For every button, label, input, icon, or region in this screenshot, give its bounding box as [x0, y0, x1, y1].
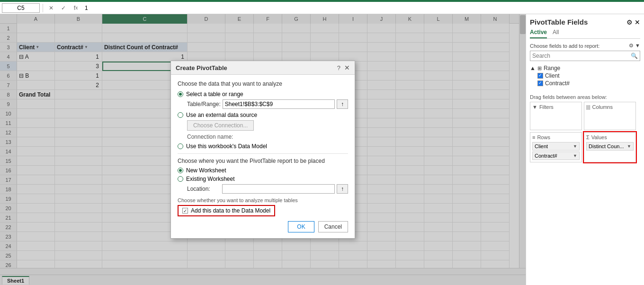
search-box: 🔍: [530, 51, 640, 61]
existing-worksheet-radio[interactable]: Existing Worksheet: [178, 176, 348, 182]
search-input[interactable]: [530, 53, 629, 59]
modal-overlay: Create PivotTable ? ✕ Choose the data th…: [0, 14, 526, 285]
location-row: Location: ↑: [187, 184, 348, 194]
add-data-model-checkbox-row[interactable]: Add this data to the Data Model: [178, 205, 275, 216]
values-drop-area[interactable]: Σ Values Distinct Coun... ▼: [584, 132, 636, 162]
filters-area-title: ▼ Filters: [532, 104, 580, 110]
pivot-panel-header: PivotTable Fields ⚙ ✕: [530, 18, 640, 26]
formula-bar: C5 ✕ ✓ fx 1: [0, 2, 644, 14]
field-tree: ▲ ⊞ Range Client Contract#: [530, 65, 640, 88]
formula-bar-divider: [43, 4, 43, 12]
contract-field-label: Contract#: [545, 80, 570, 87]
connection-name-label: Connection name:: [187, 134, 348, 140]
cancel-button[interactable]: Cancel: [318, 221, 348, 232]
dialog-title: Create PivotTable: [176, 64, 227, 71]
new-worksheet-radio-icon: [178, 168, 183, 173]
filters-drop-area[interactable]: ▼ Filters: [530, 102, 582, 130]
filter-icon: ▼: [532, 104, 537, 110]
choose-connection-row: Choose Connection...: [187, 120, 348, 131]
field-item-contract[interactable]: Contract#: [530, 80, 640, 87]
external-source-label: Use an external data source: [186, 112, 257, 118]
name-box[interactable]: C5: [2, 3, 40, 13]
pivot-tab-active[interactable]: Active: [530, 29, 547, 38]
radio-checked-icon: [178, 91, 183, 97]
enter-formula-btn[interactable]: ✓: [58, 3, 69, 13]
columns-area-title: ||| Columns: [586, 104, 634, 110]
pivot-fields-label: Choose fields to add to report: ⚙ ▼: [530, 43, 640, 49]
choose-connection-button[interactable]: Choose Connection...: [187, 120, 254, 131]
multiple-tables-label: Choose whether you want to analyze multi…: [178, 197, 348, 203]
create-pivottable-dialog: Create PivotTable ? ✕ Choose the data th…: [170, 61, 355, 239]
select-table-radio[interactable]: Select a table or range: [178, 91, 348, 98]
rows-item-contract[interactable]: Contract# ▼: [532, 151, 580, 160]
values-area-title: Σ Values: [586, 134, 634, 140]
drop-areas: ▼ Filters ||| Columns ≡ Rows Client: [530, 102, 640, 162]
table-range-label: Table/Range:: [187, 101, 221, 107]
contract-checkbox[interactable]: [537, 80, 543, 86]
ok-button[interactable]: OK: [288, 221, 314, 232]
external-source-radio[interactable]: Use an external data source: [178, 112, 348, 118]
values-item-arrow: ▼: [627, 144, 631, 149]
dialog-title-bar: Create PivotTable ? ✕: [171, 61, 355, 75]
values-item-distinct[interactable]: Distinct Coun... ▼: [586, 142, 634, 151]
connection-name-row: Connection name:: [187, 134, 348, 140]
client-field-label: Client: [545, 72, 560, 79]
rows-item-client-arrow: ▼: [573, 144, 577, 149]
pivot-fields-panel: PivotTable Fields ⚙ ✕ Active All Choose …: [526, 14, 644, 285]
dialog-divider: [178, 153, 348, 154]
spreadsheet-area: A B C D E F G H I J K L M N: [0, 14, 526, 285]
pivot-close-icon[interactable]: ✕: [635, 18, 640, 26]
pivot-tabs: Active All: [530, 29, 640, 39]
formula-input[interactable]: 1: [83, 3, 642, 13]
cancel-formula-btn[interactable]: ✕: [46, 3, 56, 13]
data-source-radio-group: Select a table or range Table/Range: ↑ U…: [178, 91, 348, 150]
field-tree-range-header[interactable]: ▲ ⊞ Range: [530, 65, 640, 71]
close-dialog-button[interactable]: ✕: [344, 64, 350, 71]
pivot-gear-icon[interactable]: ⚙ ▼: [629, 43, 640, 49]
dialog-title-actions: ? ✕: [337, 64, 350, 71]
pivot-settings-icon[interactable]: ⚙: [626, 18, 633, 26]
dialog-body: Choose the data that you want to analyze…: [171, 75, 355, 238]
radio-unchecked-icon: [178, 112, 183, 118]
dialog-footer: OK Cancel: [178, 221, 348, 232]
data-model-label: Use this workbook's Data Model: [186, 143, 267, 150]
rows-item-client[interactable]: Client ▼: [532, 142, 580, 151]
select-table-label: Select a table or range: [186, 91, 243, 98]
location-collapse-button[interactable]: ↑: [337, 184, 348, 194]
client-checkbox[interactable]: [537, 73, 543, 79]
data-model-radio-icon: [178, 143, 183, 149]
columns-icon: |||: [586, 104, 590, 110]
values-icon: Σ: [586, 134, 590, 140]
table-range-row: Table/Range: ↑: [187, 99, 348, 109]
columns-drop-area[interactable]: ||| Columns: [584, 102, 636, 130]
pivot-panel-title: PivotTable Fields: [530, 18, 588, 26]
data-model-radio[interactable]: Use this workbook's Data Model: [178, 143, 348, 150]
add-data-model-container: Add this data to the Data Model: [178, 205, 348, 216]
section1-label: Choose the data that you want to analyze: [178, 80, 348, 87]
rows-drop-area[interactable]: ≡ Rows Client ▼ Contract# ▼: [530, 132, 582, 162]
field-item-client[interactable]: Client: [530, 72, 640, 79]
new-worksheet-label: New Worksheet: [186, 167, 226, 174]
table-range-input[interactable]: [223, 99, 335, 109]
field-tree-group-range: ▲ ⊞ Range Client Contract#: [530, 65, 640, 87]
location-radio-group: New Worksheet Existing Worksheet Locatio…: [178, 167, 348, 194]
existing-worksheet-radio-icon: [178, 176, 183, 182]
add-data-model-label: Add this data to the Data Model: [191, 207, 270, 214]
rows-item-contract-arrow: ▼: [573, 153, 577, 158]
section2-label: Choose where you want the PivotTable rep…: [178, 158, 348, 164]
location-label: Location:: [187, 186, 220, 192]
table-icon: ⊞: [537, 65, 542, 71]
tree-expand-icon: ▲: [530, 65, 536, 71]
help-icon[interactable]: ?: [337, 64, 340, 71]
drag-label: Drag fields between areas below:: [530, 94, 640, 100]
pivot-tab-all[interactable]: All: [553, 29, 559, 38]
add-data-model-checkbox[interactable]: [182, 208, 188, 214]
existing-worksheet-label: Existing Worksheet: [186, 176, 235, 182]
table-range-collapse-button[interactable]: ↑: [337, 99, 348, 109]
insert-function-btn[interactable]: fx: [71, 3, 81, 13]
location-input[interactable]: [222, 184, 335, 194]
main-area: A B C D E F G H I J K L M N: [0, 14, 644, 285]
pivot-header-icons: ⚙ ✕: [626, 18, 640, 26]
search-icon: 🔍: [629, 53, 640, 59]
new-worksheet-radio[interactable]: New Worksheet: [178, 167, 348, 174]
